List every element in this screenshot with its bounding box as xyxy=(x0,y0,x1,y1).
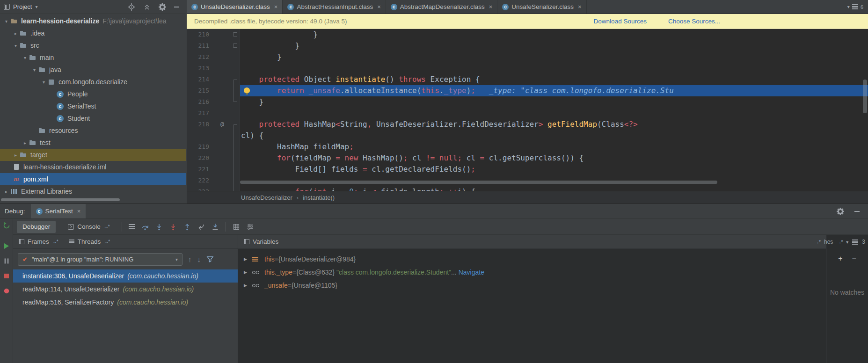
hide-panel-icon[interactable] xyxy=(174,7,179,7)
pause-icon[interactable] xyxy=(3,257,10,265)
code-line[interactable]: 213 xyxy=(187,63,868,74)
tree-arrow-icon[interactable]: ▸ xyxy=(22,140,29,145)
code-editor[interactable]: 210 }211 }212 }213214 protected Object i… xyxy=(187,29,868,191)
fold-marker-icon[interactable] xyxy=(233,32,237,36)
chevron-down-icon[interactable]: ▾ xyxy=(846,240,848,245)
editor-tab[interactable]: cAbstractHessianInput.class× xyxy=(283,0,386,14)
close-icon[interactable]: × xyxy=(489,3,493,10)
code-line[interactable]: 212 } xyxy=(187,51,868,63)
line-number[interactable]: 218 xyxy=(187,119,213,130)
fold-marker-icon[interactable] xyxy=(233,85,234,96)
line-number[interactable] xyxy=(187,130,213,141)
remove-watch-button[interactable]: − xyxy=(852,254,856,263)
line-number[interactable]: 211 xyxy=(187,40,213,51)
fold-marker-icon[interactable] xyxy=(233,80,237,85)
gear-icon[interactable] xyxy=(837,208,844,215)
variable-row[interactable]: ▶this._type = {Class@632} "class com.lon… xyxy=(238,266,826,279)
line-number[interactable]: 217 xyxy=(187,108,213,119)
tree-item[interactable]: cSerialTest xyxy=(0,100,186,112)
fold-marker-icon[interactable] xyxy=(233,175,234,186)
add-watch-button[interactable]: + xyxy=(838,254,842,263)
breadcrumb-class[interactable]: UnsafeDeserializer xyxy=(241,194,292,201)
code-line[interactable]: 220 for(fieldMap = new HashMap(); cl != … xyxy=(187,152,868,164)
tab-variables[interactable]: Variables xyxy=(244,238,278,245)
thread-selector[interactable]: ✔ "main"@1 in group "main": RUNNING ▾ xyxy=(18,253,182,266)
hide-panel-icon[interactable] xyxy=(854,211,860,212)
stop-icon[interactable] xyxy=(3,272,10,280)
force-step-into-icon[interactable] xyxy=(169,223,177,231)
expand-arrow-icon[interactable]: ▶ xyxy=(244,257,252,261)
tree-item[interactable]: ▾java xyxy=(0,64,186,76)
line-number[interactable]: 222 xyxy=(187,175,213,186)
line-number[interactable]: 219 xyxy=(187,141,213,152)
close-icon[interactable]: × xyxy=(77,208,81,215)
tree-arrow-icon[interactable]: ▸ xyxy=(3,189,10,194)
tree-item[interactable]: ▾src xyxy=(0,39,186,51)
close-icon[interactable]: × xyxy=(274,3,278,10)
tab-console[interactable]: Console →* xyxy=(62,221,115,233)
editor-tab[interactable]: cUnsafeSerializer.class× xyxy=(497,0,586,14)
drop-frame-icon[interactable] xyxy=(197,223,205,231)
tree-item[interactable]: ▸.idea xyxy=(0,27,186,39)
code-line[interactable]: 211 } xyxy=(187,40,868,51)
navigate-link[interactable]: Navigate xyxy=(459,269,484,276)
tree-item[interactable]: ▾learn-hession-deserializeF:\java\javapr… xyxy=(0,15,186,27)
tree-item[interactable]: cPeople xyxy=(0,88,186,100)
rerun-icon[interactable] xyxy=(3,222,10,229)
variable-row[interactable]: ▶_unsafe = {Unsafe@1105} xyxy=(238,279,826,292)
tree-item[interactable]: ▾main xyxy=(0,51,186,64)
tab-debugger[interactable]: Debugger xyxy=(17,221,56,233)
tree-arrow-icon[interactable]: ▾ xyxy=(31,67,38,73)
editor-horizontal-scrollbar[interactable] xyxy=(240,181,717,184)
line-number[interactable]: 210 xyxy=(187,29,213,40)
tree-item[interactable]: ▸test xyxy=(0,137,186,149)
locate-file-icon[interactable] xyxy=(128,3,135,11)
filter-frames-icon[interactable] xyxy=(206,255,214,263)
code-line[interactable]: 216 } xyxy=(187,96,868,108)
close-icon[interactable]: × xyxy=(377,3,381,10)
step-out-icon[interactable] xyxy=(183,223,191,231)
chevron-down-icon[interactable]: ▾ xyxy=(35,4,37,9)
code-line[interactable]: 215 return _unsafe.allocateInstance(this… xyxy=(187,85,868,96)
expand-arrow-icon[interactable]: ▶ xyxy=(244,283,252,288)
tree-arrow-icon[interactable]: ▾ xyxy=(12,43,19,48)
pin-icon[interactable]: →* xyxy=(837,240,842,245)
stack-frame-row[interactable]: readMap:516, SerializerFactory (com.cauc… xyxy=(13,296,238,309)
pin-icon[interactable]: →* xyxy=(104,239,109,244)
pin-icon[interactable]: →* xyxy=(815,240,820,245)
collapse-all-icon[interactable] xyxy=(143,3,151,11)
tree-item[interactable]: ▾com.longofo.deserialize xyxy=(0,76,186,88)
code-line[interactable]: 214 protected Object instantiate() throw… xyxy=(187,74,868,85)
tree-item[interactable]: learn-hession-deserialize.iml xyxy=(0,161,186,173)
close-icon[interactable]: × xyxy=(578,3,582,10)
code-line[interactable]: 217 xyxy=(187,108,868,119)
pin-icon[interactable]: →* xyxy=(104,224,109,229)
line-number[interactable]: 216 xyxy=(187,96,213,108)
tree-item[interactable]: ▸External Libraries xyxy=(0,185,186,197)
tree-item[interactable]: mpom.xml xyxy=(0,173,186,185)
tree-item[interactable]: resources xyxy=(0,124,186,137)
editor-tab[interactable]: cUnsafeDeserializer.class× xyxy=(187,0,283,14)
fold-marker-icon[interactable] xyxy=(233,164,234,175)
code-line[interactable]: 221 Field[] fields = cl.getDeclaredField… xyxy=(187,164,868,175)
tree-item[interactable]: cStudent xyxy=(0,112,186,124)
editor-tab[interactable]: cAbstractMapDeserializer.class× xyxy=(386,0,497,14)
code-line[interactable]: cl) { xyxy=(187,130,868,141)
resume-icon[interactable] xyxy=(3,242,10,250)
download-sources-link[interactable]: Download Sources xyxy=(594,18,647,25)
debug-session-tab[interactable]: c SerialTest × xyxy=(31,204,86,218)
fold-marker-icon[interactable] xyxy=(233,124,237,130)
project-horizontal-scrollbar[interactable] xyxy=(1,198,120,201)
run-to-cursor-icon[interactable] xyxy=(212,223,219,231)
fold-marker-icon[interactable] xyxy=(233,96,237,102)
line-number[interactable]: 214 xyxy=(187,74,213,85)
next-frame-icon[interactable]: ↓ xyxy=(197,255,201,263)
fold-marker-icon[interactable] xyxy=(233,186,234,191)
pin-icon[interactable]: →* xyxy=(52,239,58,244)
fold-marker-icon[interactable] xyxy=(233,152,234,164)
breadcrumb-method[interactable]: instantiate() xyxy=(303,194,335,201)
line-number[interactable]: 213 xyxy=(187,63,213,74)
tree-arrow-icon[interactable]: ▸ xyxy=(12,31,19,36)
code-line[interactable]: 210 } xyxy=(187,29,868,40)
code-line[interactable]: 223 for(int i = 0; i < fields.length; ++… xyxy=(187,186,868,191)
